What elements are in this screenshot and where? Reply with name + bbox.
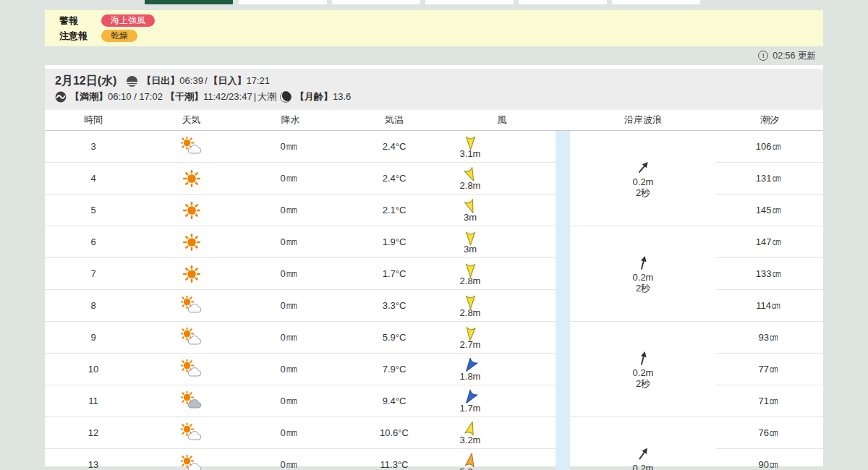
wind-direction-icon (465, 294, 476, 309)
wind-cell: 1.7m (448, 385, 556, 416)
wind-cell: 3m (448, 226, 556, 257)
sunset-label: 【日入】 (209, 74, 247, 88)
table-row: 11 0mm 9.4°C 1.7m (45, 385, 556, 417)
col-temp: 気温 (340, 110, 448, 130)
column-divider-strip (556, 131, 570, 470)
temp-cell: 3.3°C (340, 290, 448, 321)
col-weather: 天気 (142, 110, 241, 130)
wind-cell: 3.2m (448, 417, 556, 448)
col-wave: 沿岸波浪 (570, 110, 716, 130)
table-row: 8 0mm 3.3°C 2.8m (45, 290, 556, 322)
hour-cell: 13 (45, 449, 142, 470)
tide-column: 106cm 131cm 145cm 147cm 133cm 114cm 93cm… (716, 131, 823, 470)
hour-cell: 4 (45, 163, 142, 194)
tide-icon (55, 91, 67, 103)
forecast-panel: 2月12日(水) 【日出】 06:39 / 【日入】 17:21 【満潮】 06… (45, 65, 823, 466)
wind-direction-icon (465, 262, 476, 278)
col-spacer (556, 110, 570, 130)
tide-cell: 71cm (716, 385, 823, 417)
tab[interactable] (612, 0, 700, 4)
table-row: 12 0mm 10.6°C 3.2m (45, 417, 556, 449)
temp-cell: 7.9°C (340, 354, 448, 385)
warning-label: 警報 (59, 14, 94, 27)
wave-direction-icon (632, 348, 653, 369)
updated-row: ! 02:56 更新 (45, 46, 823, 65)
tab[interactable] (519, 0, 607, 4)
wave-group: 0.2m 2秒 (570, 322, 716, 417)
hour-cell: 6 (45, 226, 142, 257)
precip-cell: 0mm (241, 258, 340, 289)
sun-separator: / (205, 74, 208, 88)
low-tide-label: 【干潮】 (166, 90, 203, 104)
temp-cell: 1.7°C (340, 258, 448, 289)
precip-cell: 0mm (241, 449, 340, 470)
tab[interactable] (239, 0, 327, 4)
weather-icon (142, 163, 241, 194)
precip-cell: 0mm (241, 163, 340, 194)
weather-icon (142, 354, 241, 385)
wave-period: 2秒 (636, 187, 650, 198)
tide-cell: 93cm (716, 322, 823, 354)
table-header: 時間 天気 降水 気温 風 沿岸波浪 潮汐 (45, 110, 823, 131)
tide-type: 大潮 (258, 90, 276, 104)
wind-cell: 3m (448, 195, 556, 226)
hour-cell: 10 (45, 354, 142, 385)
hour-cell: 9 (45, 322, 142, 353)
col-tide: 潮汐 (716, 110, 823, 130)
wind-cell: 5.3m (448, 449, 556, 470)
precip-cell: 0mm (241, 385, 340, 416)
table-row: 6 0mm 1.9°C 3m (45, 226, 556, 258)
weather-icon (142, 195, 241, 226)
weather-icon (142, 131, 241, 162)
wave-group: 0.2m 2秒 (570, 226, 716, 322)
table-row: 5 0mm 2.1°C 3m (45, 195, 556, 226)
hour-cell: 5 (45, 195, 142, 226)
warning-badge[interactable]: 海上強風 (101, 14, 155, 27)
sunset-time: 17:21 (247, 74, 271, 88)
tab[interactable] (425, 0, 514, 4)
wind-cell: 2.7m (448, 322, 556, 353)
weather-icon (142, 258, 241, 289)
wind-direction-icon (464, 451, 477, 469)
tab[interactable] (332, 0, 420, 4)
date-header: 2月12日(水) 【日出】 06:39 / 【日入】 17:21 【満潮】 06… (45, 69, 823, 110)
sunrise-icon (126, 75, 138, 87)
updated-time: 02:56 更新 (773, 50, 816, 62)
tide-cell: 147cm (716, 226, 823, 258)
advisory-label: 注意報 (59, 30, 94, 43)
advisory-badge[interactable]: 乾燥 (101, 30, 137, 42)
table-row: 3 0mm 2.4°C 3.1m (45, 131, 556, 163)
moon-age-label: 【月齢】 (295, 90, 333, 104)
tide-cell: 131cm (716, 163, 823, 195)
col-precip: 降水 (241, 110, 340, 130)
wave-height: 0.2m (633, 367, 654, 378)
wind-cell: 2.8m (448, 258, 556, 289)
tide-cell: 145cm (716, 195, 823, 226)
wave-height: 0.2m (633, 272, 654, 283)
wind-direction-icon (464, 325, 477, 341)
tide-separator: | (254, 90, 256, 104)
hour-cell: 8 (45, 290, 142, 321)
weather-icon (142, 226, 241, 257)
wind-direction-icon (465, 230, 476, 246)
temp-cell: 2.4°C (340, 131, 448, 162)
precip-cell: 0mm (241, 226, 340, 257)
col-wind: 風 (448, 110, 556, 130)
date-title: 2月12日(水) (55, 74, 116, 88)
hour-cell: 12 (45, 417, 142, 448)
temp-cell: 10.6°C (340, 417, 448, 448)
temp-cell: 1.9°C (340, 226, 448, 257)
tide-cell: 76cm (716, 417, 823, 449)
wind-cell: 3.1m (448, 131, 556, 162)
tide-cell: 133cm (716, 258, 823, 290)
tab-active[interactable] (145, 0, 233, 4)
weather-icon (142, 322, 241, 353)
temp-cell: 2.1°C (340, 195, 448, 226)
weather-icon (142, 449, 241, 470)
table-row: 4 0mm 2.4°C 2.8m (45, 163, 556, 195)
table-body: 3 0mm 2.4°C 3.1m 4 0mm 2.4°C 2.8m 5 0mm (45, 131, 823, 470)
precip-cell: 0mm (241, 354, 340, 385)
weather-icon (142, 290, 241, 321)
temp-cell: 2.4°C (340, 163, 448, 194)
hour-cell: 7 (45, 258, 142, 289)
